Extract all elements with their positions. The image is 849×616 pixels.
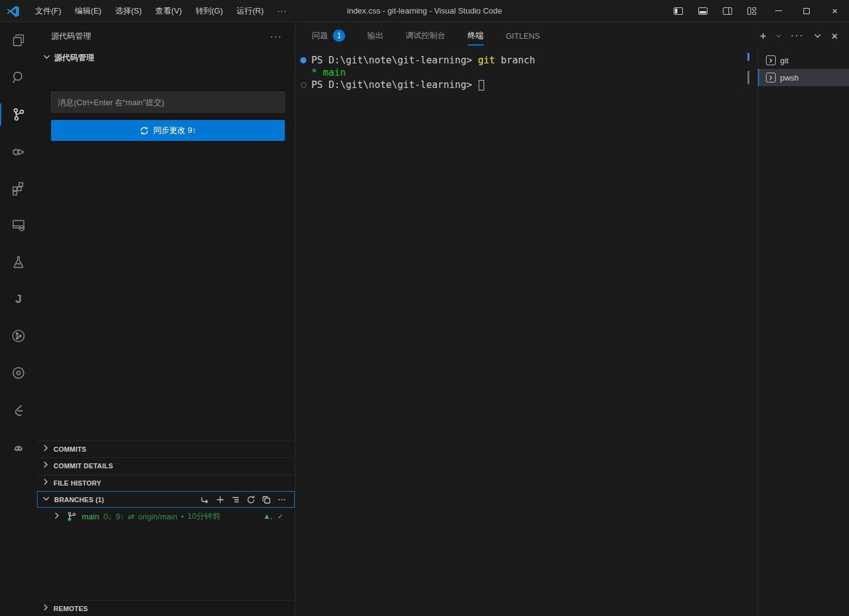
command-success-decoration-icon[interactable]	[300, 57, 306, 63]
menu-bar: 文件(F) 编辑(E) 选择(S) 查看(V) 转到(G) 运行(R) ···	[28, 0, 293, 22]
chevron-right-icon	[41, 460, 50, 472]
section-branches[interactable]: BRANCHES (1)	[37, 491, 295, 508]
source-control-icon[interactable]	[0, 96, 37, 133]
more-actions-icon[interactable]	[277, 495, 287, 505]
panel-chevron-down-icon[interactable]	[813, 31, 823, 41]
branch-ahead-count: 9↑	[116, 512, 124, 521]
tab-debug-console[interactable]: 调试控制台	[405, 22, 445, 49]
minimize-button[interactable]	[764, 0, 792, 22]
scm-repo-section-label: 源代码管理	[54, 52, 94, 63]
view-as-tree-icon[interactable]	[231, 495, 241, 505]
scm-repo-section-header[interactable]: 源代码管理	[37, 44, 295, 68]
toggle-panel-button[interactable]	[690, 0, 715, 22]
close-panel-button[interactable]: ×	[831, 30, 838, 42]
terminal-command-args: branch	[495, 54, 535, 66]
compare-copy-icon[interactable]	[261, 495, 271, 505]
vscode-logo-icon	[6, 4, 20, 18]
chevron-right-icon	[52, 511, 62, 522]
branch-unpushed-icon: ▲,	[263, 512, 273, 521]
panel-more-actions-button[interactable]: ···	[791, 30, 804, 41]
maximize-button[interactable]	[792, 0, 821, 22]
run-and-debug-icon[interactable]	[0, 133, 37, 170]
layout-sidebar-left-icon	[674, 7, 683, 15]
customize-layout-icon	[747, 7, 756, 15]
menu-selection[interactable]: 选择(S)	[108, 0, 148, 22]
refresh-icon[interactable]	[246, 495, 256, 505]
tab-output[interactable]: 输出	[367, 22, 383, 49]
problems-count-badge: 1	[333, 30, 345, 42]
sidebar-more-actions-button[interactable]: ···	[270, 31, 282, 41]
terminal-prompt: PS D:\git\note\git-learning>	[311, 54, 478, 66]
branch-row-main[interactable]: main 0↓ 9↑ ⇄ origin/main • 10分钟前 ▲, ✓	[37, 508, 295, 525]
maximize-icon	[803, 8, 810, 14]
branch-check-icon: ✓	[277, 512, 284, 521]
terminal-icon	[766, 73, 776, 82]
sync-changes-button[interactable]: 同步更改 9↑	[51, 120, 285, 141]
terminal-command: git	[478, 54, 495, 66]
branch-tracking: origin/main	[138, 512, 178, 521]
menu-edit[interactable]: 编辑(E)	[68, 0, 108, 22]
customize-layout-button[interactable]	[739, 0, 764, 22]
branch-name: main	[82, 512, 99, 521]
remote-explorer-icon[interactable]	[0, 207, 37, 244]
chevron-right-icon	[41, 602, 50, 615]
toggle-sidebar-button[interactable]	[666, 0, 690, 22]
source-control-sidebar: 源代码管理 ··· 源代码管理 同步更改 9↑ COMMITS	[37, 22, 295, 616]
activity-bar: J	[0, 22, 37, 616]
layout-panel-icon	[698, 7, 708, 15]
chevron-down-icon	[41, 494, 51, 506]
add-branch-icon[interactable]	[215, 495, 225, 505]
record-target-icon[interactable]	[0, 354, 37, 391]
panel-tab-bar: 问题 1 输出 调试控制台 终端 GITLENS + ··· ×	[295, 22, 849, 49]
bottom-panel: 问题 1 输出 调试控制台 终端 GITLENS + ··· × PS D:\g…	[295, 22, 849, 616]
section-file-history[interactable]: FILE HISTORY	[37, 474, 295, 491]
terminal-tabs-list: git pwsh	[757, 49, 849, 616]
extensions-icon[interactable]	[0, 170, 37, 207]
title-bar: 文件(F) 编辑(E) 选择(S) 查看(V) 转到(G) 运行(R) ··· …	[0, 0, 849, 22]
tab-gitlens[interactable]: GITLENS	[506, 22, 540, 49]
tab-problems[interactable]: 问题 1	[312, 22, 345, 49]
terminal-line-prompt: PS D:\git\note\git-learning>	[295, 79, 757, 91]
window-title: index.css - git-learning - Visual Studio…	[347, 6, 502, 15]
menu-run[interactable]: 运行(R)	[229, 0, 270, 22]
scrollbar-prompt-mark	[747, 71, 749, 84]
testing-icon[interactable]	[0, 244, 37, 281]
switch-branch-icon[interactable]	[200, 495, 210, 505]
menu-goto[interactable]: 转到(G)	[189, 0, 230, 22]
menu-more-button[interactable]: ···	[270, 6, 293, 15]
section-commits[interactable]: COMMITS	[37, 441, 295, 457]
terminal-tab-pwsh[interactable]: pwsh	[758, 69, 849, 86]
commit-message-input[interactable]	[51, 92, 285, 113]
section-commit-details[interactable]: COMMIT DETAILS	[37, 457, 295, 474]
branches-actions	[200, 495, 294, 505]
terminal-icon	[766, 55, 776, 65]
command-pending-decoration-icon[interactable]	[301, 82, 306, 88]
chevron-right-icon	[41, 477, 50, 489]
scrollbar-command-mark	[747, 53, 749, 61]
terminal-profile-dropdown-icon[interactable]	[775, 33, 782, 39]
j-extension-icon[interactable]: J	[0, 281, 37, 318]
menu-view[interactable]: 查看(V)	[148, 0, 188, 22]
branch-sync-arrows: ⇄	[128, 512, 135, 521]
section-remotes[interactable]: REMOTES	[37, 600, 295, 616]
git-graph-icon[interactable]	[0, 318, 37, 354]
monster-extension-icon[interactable]	[0, 428, 37, 465]
terminal-cursor	[479, 80, 484, 90]
menu-file[interactable]: 文件(F)	[28, 0, 68, 22]
sync-changes-label: 同步更改 9↑	[153, 125, 196, 136]
minimize-icon	[775, 10, 782, 11]
close-window-button[interactable]: ×	[821, 0, 849, 22]
explorer-icon[interactable]	[0, 22, 37, 59]
tab-terminal[interactable]: 终端	[468, 22, 484, 49]
terminal-line-command: PS D:\git\note\git-learning> git branch	[295, 54, 757, 66]
terminal-output[interactable]: PS D:\git\note\git-learning> git branch …	[295, 49, 757, 616]
search-icon[interactable]	[0, 59, 37, 96]
leetcode-icon[interactable]	[0, 391, 37, 428]
terminal-tab-git[interactable]: git	[758, 52, 849, 69]
new-terminal-button[interactable]: +	[760, 30, 767, 42]
window-controls: ×	[666, 0, 849, 22]
toggle-secondary-sidebar-button[interactable]	[715, 0, 739, 22]
git-branch-icon	[66, 511, 77, 522]
terminal-line-output: * main	[295, 66, 757, 79]
sync-icon	[140, 126, 149, 135]
